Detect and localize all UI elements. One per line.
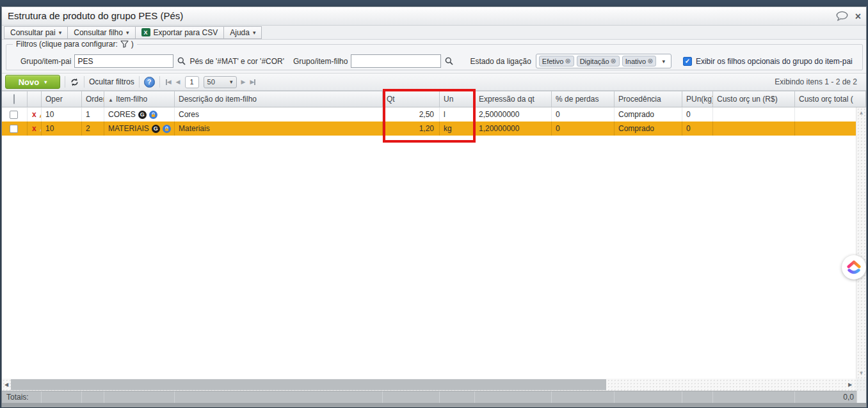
cell-oper: 10 <box>42 122 82 136</box>
exibir-filhos-checkbox[interactable]: ✓ <box>683 57 692 66</box>
grupo-item-pai-label: Grupo/item-pai <box>20 57 71 66</box>
close-icon[interactable]: × <box>855 12 861 22</box>
dialog-titlebar: Estrutura de produto do grupo PES (Pés) … <box>2 7 866 26</box>
help-icon[interactable]: ? <box>144 77 155 88</box>
header-procedencia[interactable]: Procedência <box>615 91 682 107</box>
grupo-item-filho-label: Grupo/item-filho <box>293 57 348 66</box>
comment-icon[interactable] <box>835 11 849 22</box>
chevron-down-icon: ▾ <box>44 79 47 85</box>
header-oper[interactable]: Oper <box>42 91 82 107</box>
grid-toolbar: Novo ▾ Ocultar filtros ? ◀ ◀ 1 50 ▾ ▶ <box>2 74 866 91</box>
header-ordem[interactable]: Ordem <box>82 91 104 107</box>
chevron-down-icon: ▾ <box>230 79 233 85</box>
vertical-scrollbar[interactable]: ▲ ▼ <box>856 107 866 379</box>
cell-ordem: 1 <box>82 107 104 122</box>
scroll-left-icon[interactable]: ◀ <box>2 379 11 391</box>
tag-digitacao[interactable]: Digitação ⊗ <box>577 56 620 67</box>
annotation-highlight-box <box>383 89 476 143</box>
select-all-checkbox[interactable] <box>13 94 15 104</box>
consultar-filho-button[interactable]: Consultar filho ▾ <box>67 26 135 39</box>
exportar-csv-label: Exportar para CSV <box>154 28 218 37</box>
last-page-icon[interactable]: ▶ <box>250 79 255 85</box>
chevron-down-icon[interactable]: ▾ <box>662 58 665 65</box>
funnel-icon[interactable] <box>120 40 129 48</box>
header-actions <box>28 91 42 107</box>
clickup-logo-icon <box>847 260 861 275</box>
cell-expressao: 1,20000000 <box>475 122 552 136</box>
search-icon[interactable] <box>445 57 453 65</box>
grupo-item-pai-input[interactable] <box>74 54 173 68</box>
cell-item-filho: MATERIAIS G <box>104 122 175 136</box>
remove-tag-icon[interactable]: ⊗ <box>611 57 616 65</box>
remove-tag-icon[interactable]: ⊗ <box>647 57 653 65</box>
scroll-up-icon[interactable]: ▲ <box>856 110 866 116</box>
consultar-filho-label: Consultar filho <box>74 28 123 37</box>
tag-inativo[interactable]: Inativo ⊗ <box>622 56 657 67</box>
first-page-icon[interactable]: ◀ <box>166 79 172 85</box>
header-perdas[interactable]: % de perdas <box>552 91 615 107</box>
scrollbar-corner <box>856 379 866 391</box>
lock-icon <box>149 111 157 119</box>
cell-expressao: 2,50000000 <box>475 107 552 122</box>
ajuda-button[interactable]: Ajuda ▾ <box>223 26 262 39</box>
refresh-icon[interactable] <box>70 77 79 87</box>
excel-icon: X <box>141 28 150 36</box>
group-badge-icon: G <box>152 125 160 133</box>
consultar-pai-button[interactable]: Consultar pai ▾ <box>4 26 68 39</box>
menubar: Consultar pai ▾ Consultar filho ▾ X Expo… <box>2 26 866 40</box>
cell-custo-un <box>713 122 795 136</box>
search-icon[interactable] <box>177 57 186 65</box>
delete-icon[interactable]: x <box>32 107 36 122</box>
items-count-text: Exibindo itens 1 - 2 de 2 <box>775 77 857 86</box>
header-select-all[interactable] <box>2 91 28 107</box>
grupo-item-filho-input[interactable] <box>351 54 441 68</box>
cell-item-filho: CORES G <box>104 107 175 122</box>
header-pun[interactable]: PUn(kg) <box>682 91 713 107</box>
row-checkbox[interactable] <box>10 125 18 133</box>
scroll-right-icon[interactable]: ▶ <box>846 379 855 391</box>
pai-description-text: Pés de '#MAT' e cor '#COR' <box>189 57 284 66</box>
tag-efetivo[interactable]: Efetivo ⊗ <box>539 56 574 67</box>
cell-descricao: Cores <box>175 107 383 122</box>
header-expressao[interactable]: Expressão da qt <box>475 91 552 107</box>
chevron-down-icon: ▾ <box>59 29 62 36</box>
ajuda-label: Ajuda <box>230 28 250 37</box>
chevron-down-icon: ▾ <box>253 29 256 36</box>
ocultar-filtros-button[interactable]: Ocultar filtros <box>89 77 134 86</box>
cell-procedencia: Comprado <box>615 107 682 122</box>
cell-descricao: Materiais <box>175 122 383 136</box>
scroll-down-icon[interactable]: ▼ <box>856 370 866 376</box>
estado-ligacao-multiselect[interactable]: Efetivo ⊗ Digitação ⊗ Inativo ⊗ ▾ <box>536 54 671 68</box>
product-structure-dialog: Estrutura de produto do grupo PES (Pés) … <box>1 6 867 407</box>
totals-value: 0,0 <box>795 391 866 403</box>
page-title: Estrutura de produto do grupo PES (Pés) <box>8 10 183 21</box>
prev-page-icon[interactable]: ◀ <box>176 79 181 85</box>
totals-row: Totais: 0,0 <box>2 391 866 403</box>
estado-ligacao-label: Estado da ligação <box>470 57 531 66</box>
lock-icon <box>163 125 171 133</box>
exportar-csv-button[interactable]: X Exportar para CSV <box>135 26 225 39</box>
header-custo-total[interactable]: Custo orç total ( <box>795 91 866 107</box>
header-custo-un[interactable]: Custo orç un (R$) <box>713 91 795 107</box>
scrollbar-thumb[interactable] <box>11 379 606 390</box>
consultar-pai-label: Consultar pai <box>10 28 56 37</box>
row-checkbox[interactable] <box>10 111 18 119</box>
cell-perdas: 0 <box>552 122 615 136</box>
novo-label: Novo <box>19 77 40 87</box>
clickup-button[interactable] <box>842 255 866 279</box>
header-item-filho[interactable]: ▲Item-filho <box>104 91 175 107</box>
page-number-input[interactable]: 1 <box>185 76 199 88</box>
cell-custo-un <box>713 107 795 122</box>
next-page-icon[interactable]: ▶ <box>241 79 246 85</box>
header-descricao[interactable]: Descrição do item-filho <box>175 91 383 107</box>
exibir-filhos-label: Exibir os filhos opcionais do grupo do i… <box>696 57 853 66</box>
page-size-select[interactable]: 50 ▾ <box>204 76 237 88</box>
delete-icon[interactable]: x <box>32 122 36 136</box>
cell-pun: 0 <box>682 122 713 136</box>
remove-tag-icon[interactable]: ⊗ <box>565 57 570 65</box>
chevron-down-icon: ▾ <box>126 29 129 36</box>
filters-legend[interactable]: Filtros (clique para configurar: ) <box>13 40 137 49</box>
novo-button[interactable]: Novo ▾ <box>5 75 60 89</box>
horizontal-scrollbar[interactable]: ◀ ▶ <box>2 379 856 391</box>
cell-ordem: 2 <box>82 122 104 136</box>
